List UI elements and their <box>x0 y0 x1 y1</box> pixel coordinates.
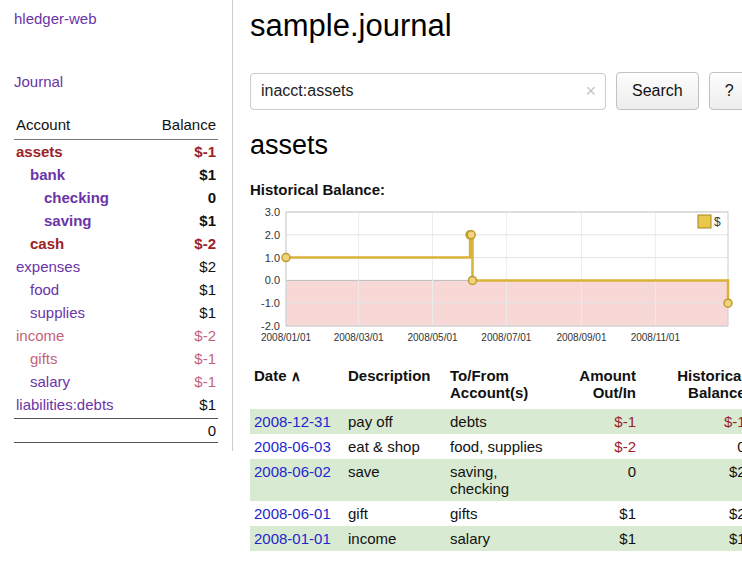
register-col-date[interactable]: Date ∧ <box>250 365 344 409</box>
register-row: 2008-06-01giftgifts$1$2 <box>250 501 742 526</box>
search-box: × <box>250 73 606 110</box>
register-col-description: Description <box>344 365 446 409</box>
account-link[interactable]: liabilities:debts <box>16 396 114 413</box>
account-link[interactable]: income <box>16 327 64 344</box>
transaction-date-link[interactable]: 2008-12-31 <box>254 413 331 430</box>
transaction-amount: 0 <box>558 459 640 501</box>
svg-text:2.0: 2.0 <box>265 229 280 241</box>
register-col-balance: Historical Balance <box>640 365 742 409</box>
help-button[interactable]: ? <box>709 72 742 110</box>
svg-text:2008/01/01: 2008/01/01 <box>261 332 311 343</box>
account-row: saving$1 <box>14 209 218 232</box>
account-balance: $2 <box>199 258 216 275</box>
transaction-amount: $-1 <box>558 409 640 434</box>
transaction-accounts: salary <box>446 526 558 551</box>
accounts-total-value: 0 <box>208 422 216 439</box>
journal-link[interactable]: Journal <box>14 73 63 90</box>
account-row: bank$1 <box>14 163 218 186</box>
account-link[interactable]: gifts <box>16 350 58 367</box>
register-rows: 2008-12-31pay offdebts$-1$-12008-06-03ea… <box>250 409 742 551</box>
transaction-balance: $2 <box>640 501 742 526</box>
register-table: Date ∧ Description To/From Account(s) Am… <box>250 365 742 551</box>
account-balance: $1 <box>199 281 216 298</box>
sort-ascending-icon: ∧ <box>291 368 301 384</box>
transaction-date-link[interactable]: 2008-06-02 <box>254 463 331 480</box>
account-balance: $-1 <box>194 143 216 160</box>
app-title-link[interactable]: hledger-web <box>14 10 97 27</box>
svg-text:2008/09/01: 2008/09/01 <box>556 332 606 343</box>
register-row: 2008-06-03eat & shopfood, supplies$-20 <box>250 434 742 459</box>
account-link[interactable]: supplies <box>16 304 85 321</box>
transaction-amount: $1 <box>558 501 640 526</box>
transaction-description: eat & shop <box>344 434 446 459</box>
transaction-accounts: debts <box>446 409 558 434</box>
main-content: sample.journal × Search ? assets Histori… <box>233 0 742 551</box>
transaction-description: save <box>344 459 446 501</box>
transaction-date-cell: 2008-06-01 <box>250 501 344 526</box>
transaction-date-cell: 2008-12-31 <box>250 409 344 434</box>
transaction-balance: $2 <box>640 459 742 501</box>
account-title: assets <box>250 130 742 161</box>
transaction-date-link[interactable]: 2008-06-01 <box>254 505 331 522</box>
register-header-row: Date ∧ Description To/From Account(s) Am… <box>250 365 742 409</box>
transaction-balance: 0 <box>640 434 742 459</box>
svg-text:3.0: 3.0 <box>265 206 280 218</box>
register-row: 2008-06-02savesaving, checking0$2 <box>250 459 742 501</box>
account-balance: $1 <box>199 396 216 413</box>
account-row: liabilities:debts$1 <box>14 393 218 416</box>
sidebar: hledger-web Journal Account Balance asse… <box>0 0 233 451</box>
svg-text:0.0: 0.0 <box>265 274 280 286</box>
account-balance: $1 <box>199 212 216 229</box>
account-row: cash$-2 <box>14 232 218 255</box>
account-balance: $1 <box>199 304 216 321</box>
account-link[interactable]: assets <box>16 143 63 160</box>
transaction-description: income <box>344 526 446 551</box>
transaction-accounts: food, supplies <box>446 434 558 459</box>
svg-text:-1.0: -1.0 <box>261 297 280 309</box>
transaction-date-link[interactable]: 2008-06-03 <box>254 438 331 455</box>
svg-text:2008/11/01: 2008/11/01 <box>631 332 681 343</box>
transaction-date-cell: 2008-06-03 <box>250 434 344 459</box>
account-balance: $1 <box>199 166 216 183</box>
transaction-date-link[interactable]: 2008-01-01 <box>254 530 331 547</box>
account-link[interactable]: salary <box>16 373 70 390</box>
account-link[interactable]: food <box>16 281 59 298</box>
account-link[interactable]: checking <box>16 189 109 206</box>
date-col-label: Date <box>254 367 287 384</box>
chart-container: 3.02.01.00.0-1.0-2.02008/01/012008/03/01… <box>250 202 742 357</box>
account-link[interactable]: saving <box>16 212 92 229</box>
accounts-list: assets$-1bank$1checking0saving$1cash$-2e… <box>14 140 218 416</box>
account-row: income$-2 <box>14 324 218 347</box>
svg-text:2008/05/01: 2008/05/01 <box>407 332 457 343</box>
register-col-amount: Amount Out/In <box>558 365 640 409</box>
clear-search-icon[interactable]: × <box>585 80 596 102</box>
app-title-row: hledger-web <box>14 10 218 27</box>
page-title: sample.journal <box>250 8 742 44</box>
account-row: supplies$1 <box>14 301 218 324</box>
account-link[interactable]: expenses <box>16 258 80 275</box>
register-row: 2008-12-31pay offdebts$-1$-1 <box>250 409 742 434</box>
account-link[interactable]: cash <box>16 235 64 252</box>
accounts-col-balance: Balance <box>162 116 216 133</box>
transaction-description: pay off <box>344 409 446 434</box>
transaction-date-cell: 2008-01-01 <box>250 526 344 551</box>
search-button[interactable]: Search <box>616 72 699 110</box>
account-balance: $-1 <box>194 350 216 367</box>
register-row: 2008-01-01incomesalary$1$1 <box>250 526 742 551</box>
search-input[interactable] <box>250 73 606 110</box>
account-balance: $-1 <box>194 373 216 390</box>
svg-text:-2.0: -2.0 <box>261 320 280 332</box>
transaction-amount: $-2 <box>558 434 640 459</box>
transaction-accounts: saving, checking <box>446 459 558 501</box>
account-row: food$1 <box>14 278 218 301</box>
svg-text:2008/03/01: 2008/03/01 <box>334 332 384 343</box>
transaction-description: gift <box>344 501 446 526</box>
historical-balance-chart: 3.02.01.00.0-1.0-2.02008/01/012008/03/01… <box>250 202 734 354</box>
transaction-date-cell: 2008-06-02 <box>250 459 344 501</box>
account-row: checking0 <box>14 186 218 209</box>
account-row: expenses$2 <box>14 255 218 278</box>
svg-text:$: $ <box>714 215 721 229</box>
svg-text:2008/07/01: 2008/07/01 <box>481 332 531 343</box>
account-link[interactable]: bank <box>16 166 65 183</box>
account-row: salary$-1 <box>14 370 218 393</box>
